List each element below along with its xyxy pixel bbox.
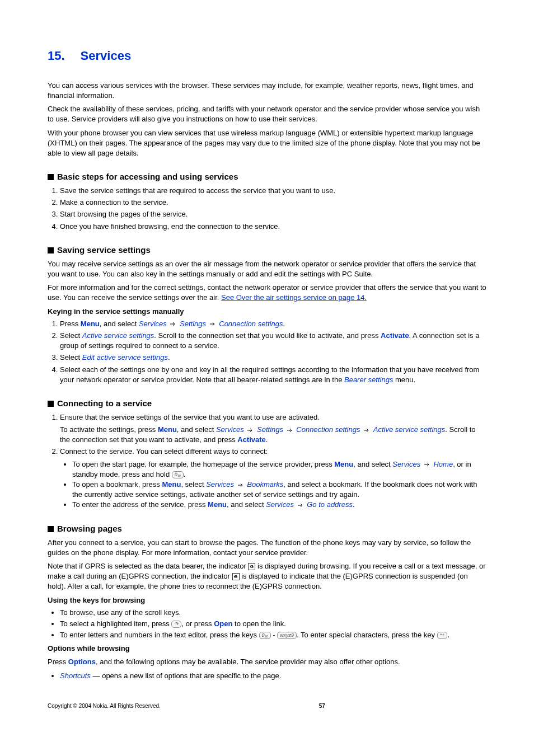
keying-list: Press Menu, and select Services Settings… <box>48 319 486 385</box>
using-keys-list: To browse, use any of the scroll keys. T… <box>48 608 486 641</box>
arrow-icon <box>237 483 244 487</box>
text-run: . <box>353 500 355 509</box>
text-run: — opens a new list of options that are s… <box>91 672 281 680</box>
section-saving-settings: Saving service settings <box>48 244 486 256</box>
text-run: To select a highlighted item, press <box>60 619 171 628</box>
text-run: . <box>168 353 170 361</box>
ota-settings-link[interactable]: See Over the air settings service on pag… <box>221 293 367 302</box>
key-0-icon: 0⏨ <box>172 471 184 478</box>
text-run: Ensure that the service settings of the … <box>60 413 320 421</box>
text-run: To open a bookmark, press <box>72 480 162 489</box>
page-number: 57 <box>319 702 325 710</box>
call-key-icon: ↷ <box>171 621 181 628</box>
text-run: Connect to the service. You can select d… <box>60 447 268 456</box>
list-item: Select each of the settings one by one a… <box>60 365 486 385</box>
activate-note: To activate the settings, press Menu, an… <box>60 425 486 445</box>
connecting-list: Ensure that the service settings of the … <box>48 412 486 510</box>
section-title: Basic steps for accessing and using serv… <box>57 172 238 181</box>
path-services: Services <box>216 425 244 434</box>
list-item: To browse, use any of the scroll keys. <box>60 608 486 618</box>
copyright-text: Copyright © 2004 Nokia. All Rights Reser… <box>48 703 161 709</box>
arrow-icon <box>287 428 293 433</box>
arrow-icon <box>247 428 254 433</box>
section-basic-steps: Basic steps for accessing and using serv… <box>48 171 486 182</box>
intro-p1: You can access various services with the… <box>48 81 486 101</box>
using-keys-heading: Using the keys for browsing <box>48 595 486 605</box>
path-home: Home <box>433 460 453 468</box>
text-run: , and select <box>177 425 216 434</box>
basic-steps-list: Save the service settings that are requi… <box>48 186 486 232</box>
key-0-icon: 0⏨ <box>259 632 271 639</box>
open-label: Open <box>214 619 232 628</box>
arrow-icon <box>297 503 304 508</box>
section-browsing: Browsing pages <box>48 523 486 534</box>
menu-label: Menu <box>162 480 181 489</box>
activate-label: Activate <box>237 435 266 444</box>
path-active-service: Active service settings <box>82 331 154 340</box>
saving-p1: You may receive service settings as an o… <box>48 259 486 279</box>
path-bookmarks: Bookmarks <box>247 480 283 489</box>
gprs-indicator-icon: G <box>248 563 255 570</box>
list-item: Press Menu, and select Services Settings… <box>60 319 486 329</box>
activate-label: Activate <box>381 331 409 340</box>
path-settings: Settings <box>257 425 283 434</box>
chapter-title: 15.Services <box>48 48 486 65</box>
path-edit-active: Edit active service settings <box>82 353 168 361</box>
list-item: Start browsing the pages of the service. <box>60 209 486 219</box>
path-services: Services <box>139 320 167 328</box>
gprs-suspended-indicator-icon: G <box>232 573 240 580</box>
list-item: To open a bookmark, press Menu, select S… <box>72 480 486 500</box>
list-item: Select Active service settings. Scroll t… <box>60 331 486 351</box>
text-run: , and select <box>227 500 266 509</box>
text-run: , select <box>181 480 206 489</box>
text-run: . <box>283 320 285 328</box>
section-marker-icon <box>48 401 54 407</box>
chapter-name: Services <box>81 49 132 63</box>
text-run: . <box>266 435 268 444</box>
browsing-p2: Note that if GPRS is selected as the dat… <box>48 561 486 592</box>
text-run: . Scroll to the connection set that you … <box>154 331 381 340</box>
list-item: Select Edit active service settings. <box>60 353 486 363</box>
text-run: . <box>447 631 449 639</box>
text-run: Note that if GPRS is selected as the dat… <box>48 562 248 570</box>
menu-label: Menu <box>81 320 100 328</box>
text-run: To open the start page, for example, the… <box>72 460 334 468</box>
text-run: - <box>271 631 278 639</box>
text-run: Select <box>60 331 82 340</box>
path-active-service: Active service settings <box>373 425 446 434</box>
text-run: Select each of the settings one by one a… <box>60 365 479 384</box>
chapter-number: 15. <box>48 49 65 63</box>
text-run: , and the following options may be avail… <box>96 658 400 666</box>
intro-p2: Check the availability of these services… <box>48 104 486 124</box>
text-run: . To enter special characters, press the… <box>297 631 437 639</box>
text-run: Press <box>48 658 68 666</box>
arrow-icon <box>209 322 216 326</box>
text-run: To enter letters and numbers in the text… <box>60 631 259 639</box>
options-p: Press Options, and the following options… <box>48 657 486 667</box>
path-settings: Settings <box>180 320 206 328</box>
saving-p2: For more information and for the correct… <box>48 283 486 303</box>
section-marker-icon <box>48 247 54 253</box>
list-item: Ensure that the service settings of the … <box>60 412 486 445</box>
text-run: , and select <box>100 320 139 328</box>
text-run: Select <box>60 353 82 361</box>
list-item: Make a connection to the service. <box>60 198 486 208</box>
arrow-icon <box>170 322 176 326</box>
star-key-icon: *+ <box>437 632 448 639</box>
menu-label: Menu <box>334 460 353 468</box>
text-run: To enter the address of the service, pre… <box>72 500 208 509</box>
path-services: Services <box>206 480 234 489</box>
key-9-icon: wxyz9 <box>277 632 297 639</box>
list-item: Connect to the service. You can select d… <box>60 447 486 510</box>
options-browsing-heading: Options while browsing <box>48 644 486 654</box>
list-item: To enter the address of the service, pre… <box>72 500 486 510</box>
options-list: Shortcuts — opens a new list of options … <box>48 671 486 681</box>
path-services: Services <box>266 500 294 509</box>
path-conn-settings: Connection settings <box>219 320 283 328</box>
list-item: To select a highlighted item, press ↷, o… <box>60 619 486 629</box>
section-title: Saving service settings <box>57 245 151 255</box>
menu-label: Menu <box>208 500 227 509</box>
intro-p3: With your phone browser you can view ser… <box>48 128 486 159</box>
menu-label: Menu <box>158 425 177 434</box>
text-run: , and select <box>353 460 392 468</box>
